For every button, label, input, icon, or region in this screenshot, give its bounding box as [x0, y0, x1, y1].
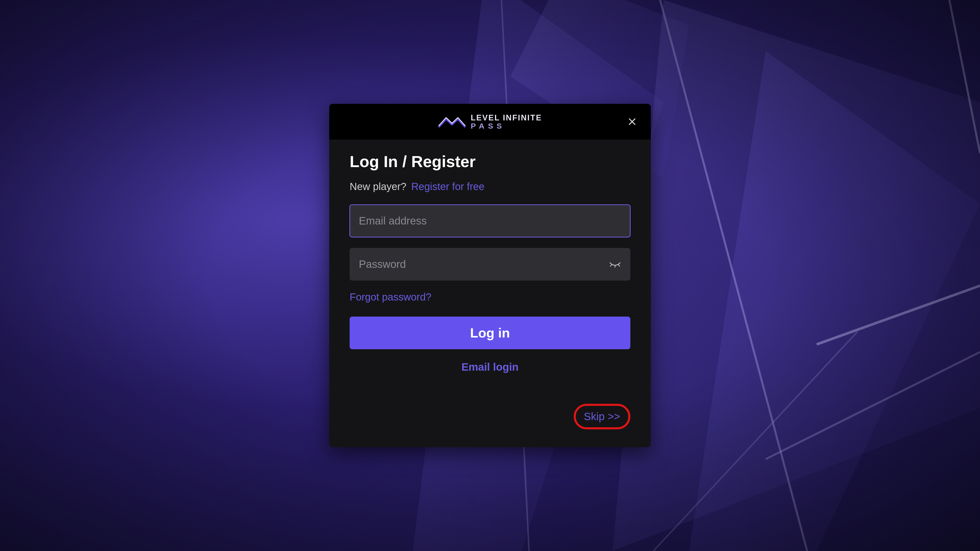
- register-link[interactable]: Register for free: [411, 181, 484, 192]
- close-icon: [628, 117, 637, 126]
- skip-row: Skip >>: [350, 404, 630, 429]
- modal-body: Log In / Register New player? Register f…: [329, 140, 651, 447]
- logo-line2: PASS: [471, 122, 542, 130]
- register-prompt-row: New player? Register for free: [350, 181, 630, 192]
- login-modal: LEVEL INFINITE PASS Log In / Register Ne…: [329, 104, 651, 447]
- forgot-password-link[interactable]: Forgot password?: [350, 291, 431, 303]
- brand-logo: LEVEL INFINITE PASS: [438, 114, 542, 130]
- password-input[interactable]: [350, 248, 630, 281]
- eye-closed-icon: [609, 260, 621, 268]
- modal-title: Log In / Register: [350, 152, 630, 171]
- skip-link[interactable]: Skip >>: [574, 404, 630, 429]
- password-input-wrap: [350, 248, 630, 281]
- modal-header: LEVEL INFINITE PASS: [329, 104, 651, 140]
- logo-text: LEVEL INFINITE PASS: [471, 114, 542, 130]
- logo-mark-icon: [438, 114, 466, 129]
- svg-line-12: [611, 265, 611, 266]
- email-input-wrap: [350, 205, 630, 237]
- email-login-link[interactable]: Email login: [350, 361, 630, 373]
- close-button[interactable]: [626, 116, 638, 127]
- logo-line1: LEVEL INFINITE: [471, 114, 542, 122]
- login-button[interactable]: Log in: [350, 317, 630, 349]
- toggle-password-visibility-button[interactable]: [608, 259, 622, 269]
- svg-line-14: [619, 265, 620, 266]
- new-player-label: New player?: [350, 181, 406, 192]
- email-input[interactable]: [350, 205, 630, 237]
